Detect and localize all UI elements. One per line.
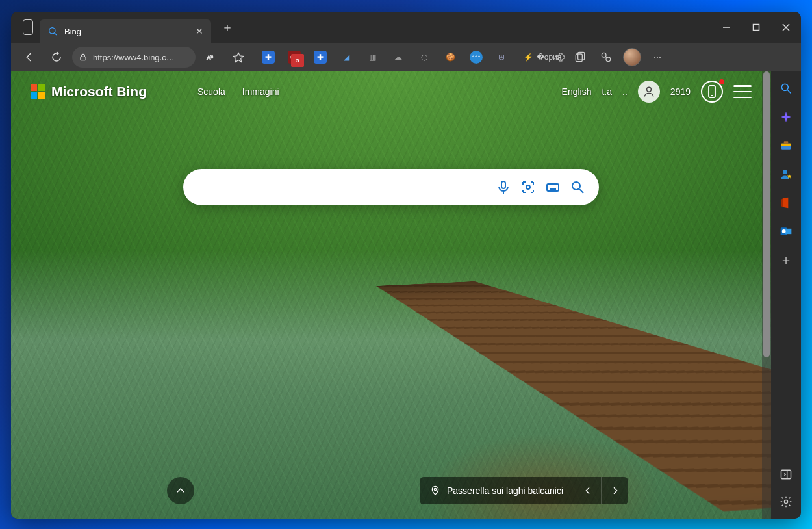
svg-rect-17 [501,181,505,188]
scrollbar-thumb[interactable] [763,71,770,357]
address-bar[interactable]: https://www4.bing.c… [72,47,196,68]
search-icon [570,179,585,195]
sidebar-collapse-button[interactable] [778,467,794,482]
refresh-button[interactable] [45,45,68,69]
tab-title: Bing [64,27,81,36]
bing-logo[interactable]: Microsoft Bing [31,84,147,99]
extension-8[interactable]: 🍪 [438,45,462,69]
svg-rect-9 [576,54,582,62]
image-search-button[interactable] [518,177,538,197]
profile-avatar-icon [623,48,641,66]
svg-point-43 [785,500,788,504]
caption-prev-button[interactable] [574,477,601,504]
keyboard-button[interactable] [543,177,563,197]
user-hint[interactable]: t.a [602,86,612,97]
maximize-button[interactable] [741,12,771,43]
back-button[interactable] [18,45,41,69]
hamburger-menu-button[interactable] [733,85,752,98]
expand-up-button[interactable] [167,477,194,504]
plus-icon: ＋ [780,252,793,269]
extension-9[interactable]: 〰 [464,45,488,69]
bing-header: Microsoft Bing Scuola Immagini English t… [11,81,771,103]
user-ellipsis: .. [622,86,628,97]
nav-scuola[interactable]: Scuola [197,86,225,97]
read-aloud-button[interactable]: A⁾⁾ [199,45,223,69]
caption-next-button[interactable] [601,477,628,504]
voice-search-button[interactable] [494,177,513,197]
svg-point-40 [782,229,786,233]
split-screen-button[interactable] [594,45,618,69]
sidebar-shopping-button[interactable] [778,138,794,153]
microsoft-logo-icon [31,84,45,99]
rewards-points[interactable]: 2919 [670,86,691,97]
office-icon [780,196,793,209]
sidebar-add-button[interactable]: ＋ [778,252,794,268]
svg-point-14 [647,87,652,92]
browser-tab[interactable]: Bing ✕ [40,19,211,43]
search-box[interactable] [183,169,599,205]
chevron-up-icon [175,485,186,497]
mobile-icon [707,85,717,98]
tab-close-button[interactable]: ✕ [196,26,203,36]
sidebar-outlook-button[interactable] [778,224,794,239]
nav-immagini[interactable]: Immagini [242,86,279,97]
extension-10[interactable]: ⛨ [490,45,514,69]
sidebar-settings-button[interactable] [778,494,794,510]
language-switch[interactable]: English [562,86,592,97]
panel-icon [780,468,793,481]
sparkle-icon [780,110,793,123]
svg-point-29 [434,488,436,490]
sidebar-games-button[interactable] [778,166,794,182]
extension-7[interactable]: ◌ [412,45,436,69]
extension-5[interactable]: ▥ [361,45,384,69]
sidebar-copilot-button[interactable] [778,109,794,125]
lens-icon [520,179,536,195]
window-controls [711,12,801,43]
search-input[interactable] [195,181,488,194]
svg-point-11 [602,53,606,57]
favorite-button[interactable] [227,45,250,69]
profile-button[interactable] [620,45,644,69]
extensions-menu-button[interactable]: �ория [542,45,566,69]
svg-rect-20 [547,184,559,191]
minimize-button[interactable] [711,12,741,43]
extension-ublock[interactable]: uB5 [283,45,306,69]
search-icon [780,82,793,95]
person-icon [642,85,655,98]
svg-rect-6 [81,57,86,60]
extension-4[interactable]: ◢ [335,45,358,69]
svg-point-36 [783,170,787,174]
keyboard-icon [545,179,561,195]
account-button[interactable] [638,81,660,103]
svg-line-13 [605,57,607,58]
vertical-scrollbar[interactable] [762,71,771,519]
browser-toolbar: https://www4.bing.c… A⁾⁾ ✚ uB5 ✚ ◢ ▥ ☁ ◌… [11,43,801,71]
url-text: https://www4.bing.c… [93,53,175,62]
tab-actions-button[interactable] [16,16,40,39]
page-viewport: Microsoft Bing Scuola Immagini English t… [11,71,771,519]
sidebar-office-button[interactable] [778,195,794,211]
close-window-button[interactable] [771,12,801,43]
extension-1[interactable]: ✚ [257,45,280,69]
content-row: Microsoft Bing Scuola Immagini English t… [11,71,801,519]
extension-3[interactable]: ✚ [309,45,332,69]
mobile-promo-button[interactable] [701,81,723,103]
svg-line-1 [55,33,57,35]
svg-rect-3 [754,25,759,31]
person-star-icon [780,168,793,181]
gear-icon [780,495,793,508]
svg-marker-8 [234,53,244,62]
search-submit-button[interactable] [568,177,587,197]
caption-info-button[interactable]: Passerella sui laghi balcanici [420,477,574,504]
chevron-right-icon [610,485,620,496]
titlebar: Bing ✕ ＋ [11,12,801,43]
collections-button[interactable] [568,45,592,69]
app-menu-button[interactable]: ⋯ [646,45,670,69]
svg-line-31 [788,90,791,94]
extension-6[interactable]: ☁ [387,45,410,69]
briefcase-icon [780,139,793,152]
new-tab-button[interactable]: ＋ [218,18,237,37]
sidebar-search-button[interactable] [778,81,794,96]
bing-favicon-icon [47,26,58,36]
caption-label: Passerella sui laghi balcanici [447,485,563,496]
